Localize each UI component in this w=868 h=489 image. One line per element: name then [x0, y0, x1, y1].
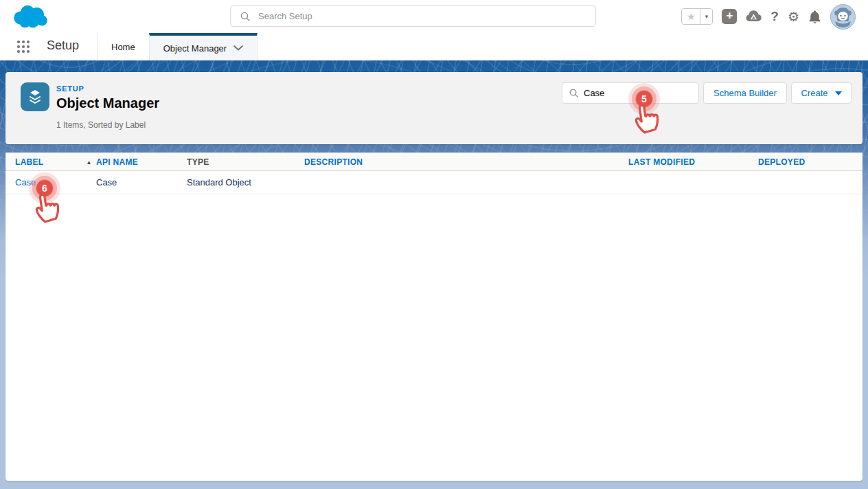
- object-table: LABEL▲ API NAME TYPE DESCRIPTION LAST MO…: [5, 152, 863, 194]
- nav-tabs: Home Object Manager: [97, 33, 258, 60]
- favorites-chevron-icon[interactable]: ▼: [700, 9, 712, 24]
- annotation-6-hand-cursor-icon: [28, 187, 65, 227]
- cell-description: [304, 171, 628, 194]
- cell-api-name: Case: [96, 171, 187, 194]
- tab-home[interactable]: Home: [97, 33, 149, 60]
- quick-find-input[interactable]: [584, 88, 680, 98]
- sort-ascending-icon: ▲: [87, 159, 92, 166]
- global-header: ★ ▼ + ? ⚙: [0, 0, 868, 33]
- quick-create-icon[interactable]: +: [722, 9, 737, 24]
- quick-find-search-icon: [569, 89, 578, 98]
- tab-object-manager-label: Object Manager: [163, 43, 227, 54]
- app-name-label: Setup: [47, 38, 79, 53]
- object-manager-icon: [21, 82, 49, 111]
- cell-deployed: [758, 171, 863, 194]
- notifications-bell-icon[interactable]: [808, 10, 821, 24]
- object-table-card: LABEL▲ API NAME TYPE DESCRIPTION LAST MO…: [5, 152, 863, 481]
- tab-chevron-down-icon[interactable]: [233, 45, 243, 51]
- favorites-button-group: ★ ▼: [681, 8, 713, 25]
- cell-last-modified: [628, 171, 758, 194]
- column-header-label[interactable]: LABEL▲: [5, 153, 96, 171]
- salesforce-logo-icon: [11, 3, 51, 31]
- column-header-type: TYPE: [187, 153, 304, 171]
- item-summary-text: 1 Items, Sorted by Label: [56, 120, 146, 130]
- favorites-star-icon[interactable]: ★: [682, 9, 700, 24]
- table-header-row: LABEL▲ API NAME TYPE DESCRIPTION LAST MO…: [5, 153, 863, 171]
- page-header-card: SETUP Object Manager 1 Items, Sorted by …: [5, 72, 863, 144]
- search-icon: [240, 12, 250, 21]
- page-title: Object Manager: [56, 95, 159, 111]
- annotation-step-6: 6: [36, 179, 54, 197]
- global-search-box: [230, 5, 596, 27]
- salesforce-setup-app: ★ ▼ + ? ⚙: [0, 0, 868, 489]
- column-header-last-modified[interactable]: LAST MODIFIED: [628, 153, 758, 171]
- tab-home-label: Home: [111, 42, 135, 52]
- schema-builder-label: Schema Builder: [713, 88, 777, 98]
- column-header-description[interactable]: DESCRIPTION: [304, 153, 628, 171]
- user-avatar[interactable]: [830, 4, 856, 30]
- schema-builder-button[interactable]: Schema Builder: [703, 82, 787, 104]
- annotation-step-5: 5: [635, 90, 653, 108]
- create-button[interactable]: Create: [791, 82, 852, 104]
- guidance-center-icon[interactable]: [746, 10, 762, 24]
- column-header-api-name[interactable]: API NAME: [96, 153, 187, 171]
- header-actions: ★ ▼ + ? ⚙: [681, 0, 856, 33]
- column-header-deployed[interactable]: DEPLOYED: [758, 153, 863, 171]
- setup-nav-bar: Setup Home Object Manager: [0, 33, 868, 60]
- tab-object-manager[interactable]: Object Manager: [149, 33, 258, 60]
- app-launcher-waffle-icon[interactable]: [16, 40, 30, 54]
- help-icon[interactable]: ?: [770, 9, 779, 24]
- create-label: Create: [801, 88, 827, 98]
- quick-find-box: [562, 82, 699, 104]
- table-row-case: Case Case Standard Object: [5, 171, 863, 194]
- annotation-5-hand-cursor-icon: [628, 98, 664, 137]
- column-header-label-text: LABEL: [15, 157, 44, 167]
- setup-eyebrow-label: SETUP: [56, 84, 84, 93]
- global-search-input[interactable]: [258, 11, 560, 21]
- create-chevron-down-icon: [835, 91, 842, 95]
- cell-type: Standard Object: [187, 171, 304, 194]
- setup-gear-icon[interactable]: ⚙: [788, 9, 799, 25]
- object-link-case[interactable]: Case: [15, 177, 36, 187]
